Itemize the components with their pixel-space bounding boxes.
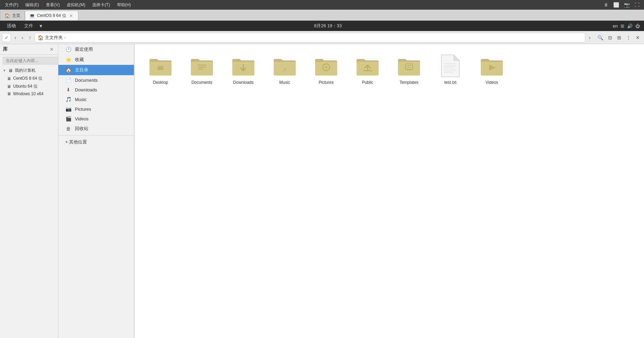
documents-icon: 📄 bbox=[65, 77, 71, 83]
vm-menu-help[interactable]: 帮助(H) bbox=[115, 1, 133, 9]
sidebar-favorites-label: 收藏 bbox=[75, 57, 84, 63]
sidebar-item-videos[interactable]: 🎬 Videos bbox=[58, 114, 134, 123]
tab-centos-label: CentOS 8 64 位 bbox=[37, 13, 66, 19]
sidebar-item-downloads[interactable]: ⬇ Downloads bbox=[58, 85, 134, 95]
sidebar-item-other-locations[interactable]: + 其他位置 bbox=[58, 137, 134, 147]
sidebar-downloads-label: Downloads bbox=[75, 87, 97, 92]
search-btn[interactable]: 🔍 bbox=[595, 33, 605, 42]
tab-home[interactable]: 🏠 主页 bbox=[0, 11, 25, 20]
view-list-btn[interactable]: ⊟ bbox=[606, 33, 614, 42]
music-folder-label: Music bbox=[279, 80, 290, 85]
pictures-folder-label: Pictures bbox=[319, 80, 333, 85]
forward-btn[interactable]: › bbox=[20, 33, 26, 42]
test-txt-icon bbox=[437, 54, 464, 78]
music-icon: 🎵 bbox=[65, 97, 71, 102]
tree-item-ubuntu[interactable]: 🖥 Ubuntu 64 位 bbox=[0, 82, 58, 90]
centos-tab-icon: 💻 bbox=[29, 13, 35, 18]
file-item-music[interactable]: ♪ Music bbox=[266, 51, 304, 88]
sidebar-item-trash[interactable]: 🗑 回收站 bbox=[58, 123, 134, 134]
tree-my-computer-label: 我的计算机 bbox=[15, 68, 36, 73]
back-btn[interactable]: ‹ bbox=[12, 33, 18, 42]
breadcrumb-sep: › bbox=[64, 35, 66, 40]
tree-panel-header: 库 ✕ bbox=[0, 44, 58, 55]
tab-bar: 🏠 主页 💻 CentOS 8 64 位 ✕ bbox=[0, 10, 644, 21]
sidebar-item-documents[interactable]: 📄 Documents bbox=[58, 75, 134, 85]
file-item-videos[interactable]: Videos bbox=[473, 51, 511, 88]
file-item-public[interactable]: Public bbox=[349, 51, 387, 88]
tab-centos[interactable]: 💻 CentOS 8 64 位 ✕ bbox=[25, 11, 78, 20]
file-item-pictures[interactable]: Pictures bbox=[307, 51, 345, 88]
sidebar-item-pictures[interactable]: 📷 Pictures bbox=[58, 104, 134, 114]
more-options-btn[interactable]: ⋮ bbox=[624, 33, 633, 42]
vm-pause-btn[interactable]: ⏸ bbox=[602, 1, 610, 8]
tree-computer-icon: 🖥 bbox=[8, 68, 13, 73]
vm-snapshot-btn[interactable]: 📷 bbox=[622, 1, 632, 8]
volume-icon[interactable]: 🔊 bbox=[627, 23, 633, 29]
sidebar-music-label: Music bbox=[75, 97, 87, 102]
tree-item-my-computer[interactable]: ▼ 🖥 我的计算机 bbox=[0, 67, 58, 74]
tree-panel: 库 ✕ ▼ 🖥 我的计算机 🖥 CentOS 8 64 位 bbox=[0, 44, 58, 338]
nav-right-icons: 🔍 ⊟ ⊞ ⋮ ✕ bbox=[595, 33, 642, 42]
power-icon[interactable]: ⏻ bbox=[635, 23, 640, 29]
file-manager: 🏠 主页 💻 CentOS 8 64 位 ✕ 活动 文件 ▼ 8月26 19：3… bbox=[0, 10, 644, 338]
tree-search-input[interactable] bbox=[3, 57, 58, 64]
desktop-folder-label: Desktop bbox=[153, 80, 168, 85]
tree-item-ubuntu-label: Ubuntu 64 位 bbox=[13, 83, 38, 89]
nav-forward-small[interactable]: › bbox=[587, 33, 593, 42]
left-panel-combined: 库 ✕ ▼ 🖥 我的计算机 🖥 CentOS 8 64 位 bbox=[0, 44, 135, 338]
vm-menu-vm[interactable]: 虚拟机(M) bbox=[65, 1, 87, 9]
pictures-folder-icon bbox=[312, 54, 340, 78]
vm-stop-btn[interactable]: ⬜ bbox=[612, 1, 621, 8]
vm-toolbar-icons: ⏸ ⬜ 📷 ⛶ bbox=[602, 1, 641, 8]
sidebar-separator bbox=[58, 135, 134, 136]
tab-close-btn[interactable]: ✕ bbox=[68, 13, 74, 19]
svg-rect-0 bbox=[158, 66, 163, 70]
sidebar-item-recent[interactable]: 🕐 最近使用 bbox=[58, 44, 134, 54]
breadcrumb-home-icon: 🏠 bbox=[38, 35, 43, 40]
file-item-documents[interactable]: Documents bbox=[183, 51, 221, 88]
vm-menu-tab[interactable]: 选择卡(T) bbox=[90, 1, 112, 9]
documents-folder-icon bbox=[188, 54, 216, 78]
files-dropdown-arrow[interactable]: ▼ bbox=[39, 23, 43, 29]
svg-rect-3 bbox=[198, 67, 206, 68]
sidebar-trash-label: 回收站 bbox=[75, 126, 88, 132]
up-btn[interactable]: ↑ bbox=[27, 33, 33, 42]
sidebar-home-label: 主目录 bbox=[75, 67, 88, 73]
files-menu-button[interactable]: 文件 bbox=[21, 22, 36, 30]
file-item-desktop[interactable]: Desktop bbox=[142, 51, 179, 88]
file-item-templates[interactable]: Templates bbox=[390, 51, 428, 88]
tab-home-label: 主页 bbox=[12, 13, 20, 19]
top-bar-center: 8月26 19：33 bbox=[43, 23, 613, 29]
tree-close-btn[interactable]: ✕ bbox=[48, 46, 55, 52]
vm-menu-edit[interactable]: 编辑(E) bbox=[23, 1, 41, 9]
tree-item-ubuntu-icon: 🖥 bbox=[7, 84, 11, 89]
close-window-btn[interactable]: ✕ bbox=[634, 33, 642, 42]
svg-point-7 bbox=[325, 66, 327, 68]
tree-item-centos[interactable]: 🖥 CentOS 8 64 位 bbox=[0, 74, 58, 82]
sidebar-item-home[interactable]: 🏠 主目录 bbox=[58, 65, 134, 75]
lang-indicator[interactable]: en bbox=[613, 23, 618, 29]
sidebar-documents-label: Documents bbox=[75, 78, 98, 83]
downloads-folder-icon bbox=[230, 54, 257, 78]
svg-rect-10 bbox=[407, 67, 410, 68]
sidebar-item-music[interactable]: 🎵 Music bbox=[58, 95, 134, 104]
file-item-downloads[interactable]: Downloads bbox=[224, 51, 262, 88]
svg-rect-4 bbox=[198, 69, 203, 70]
other-locations-label: + 其他位置 bbox=[65, 139, 87, 145]
tree-item-windows[interactable]: 🖥 Windows 10 x64 bbox=[0, 90, 58, 97]
view-grid-btn[interactable]: ⊞ bbox=[615, 33, 623, 42]
nav-bar: ✓ ‹ › ↑ 🏠 主文件夹 › › 🔍 ⊟ ⊞ ⋮ ✕ bbox=[0, 31, 644, 44]
breadcrumb-bar: 🏠 主文件夹 › bbox=[35, 33, 585, 42]
public-folder-label: Public bbox=[362, 80, 373, 85]
vm-fullscreen-btn[interactable]: ⛶ bbox=[633, 1, 641, 8]
file-item-test-txt[interactable]: test.txt bbox=[431, 51, 469, 88]
check-btn[interactable]: ✓ bbox=[2, 33, 11, 42]
sidebar-item-favorites[interactable]: ⭐ 收藏 bbox=[58, 54, 134, 65]
datetime-display: 8月26 19：33 bbox=[314, 23, 342, 28]
tree-item-centos-label: CentOS 8 64 位 bbox=[13, 76, 42, 81]
activities-button[interactable]: 活动 bbox=[4, 22, 19, 30]
vm-menu-view[interactable]: 查看(V) bbox=[44, 1, 62, 9]
documents-folder-label: Documents bbox=[192, 80, 213, 85]
vm-menu-file[interactable]: 文件(F) bbox=[3, 1, 20, 9]
svg-text:♪: ♪ bbox=[283, 64, 287, 73]
